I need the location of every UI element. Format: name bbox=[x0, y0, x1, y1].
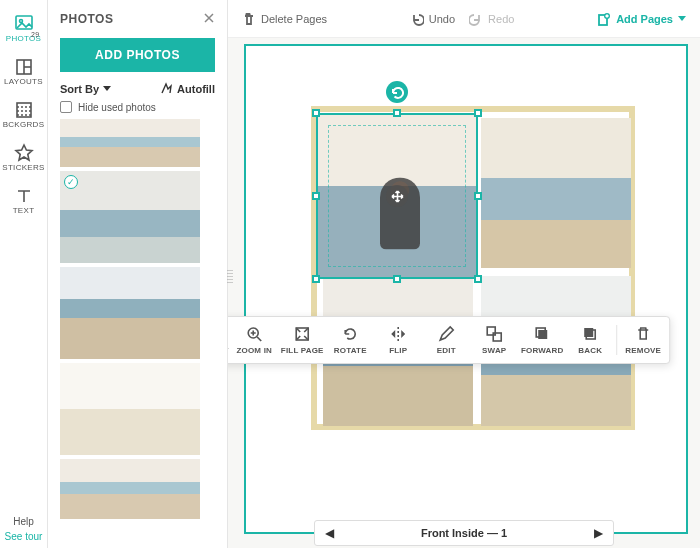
sort-by-label: Sort By bbox=[60, 83, 99, 95]
photo-toolbar: ZOOM OUT ZOOM IN FILL PAGE ROTATE FLIP bbox=[228, 316, 670, 364]
back-icon bbox=[581, 325, 599, 343]
svg-rect-5 bbox=[17, 103, 31, 117]
rotate-label: ROTATE bbox=[334, 346, 367, 355]
hide-used-checkbox[interactable] bbox=[60, 101, 72, 113]
add-page-icon bbox=[597, 12, 611, 26]
fill-page-label: FILL PAGE bbox=[281, 346, 324, 355]
layouts-icon bbox=[14, 57, 34, 77]
photos-panel: PHOTOS ADD PHOTOS Sort By Autofill Hide … bbox=[48, 0, 228, 548]
rail-layouts[interactable]: LAYOUTS bbox=[0, 51, 48, 94]
panel-title: PHOTOS bbox=[60, 12, 113, 26]
panel-resize-handle[interactable] bbox=[227, 270, 233, 284]
remove-label: REMOVE bbox=[625, 346, 661, 355]
resize-handle[interactable] bbox=[312, 192, 320, 200]
sort-by-dropdown[interactable]: Sort By bbox=[60, 83, 111, 95]
see-tour-link[interactable]: See tour bbox=[5, 531, 43, 542]
redo-label: Redo bbox=[488, 13, 514, 25]
back-button[interactable]: BACK bbox=[566, 321, 614, 359]
stage[interactable]: ZOOM OUT ZOOM IN FILL PAGE ROTATE FLIP bbox=[228, 38, 700, 548]
move-icon bbox=[391, 190, 404, 203]
undo-icon bbox=[410, 12, 424, 26]
remove-icon bbox=[634, 325, 652, 343]
photo-thumb[interactable] bbox=[60, 119, 200, 167]
edit-button[interactable]: EDIT bbox=[422, 321, 470, 359]
flip-icon bbox=[389, 325, 407, 343]
autofill-button[interactable]: Autofill bbox=[160, 82, 215, 95]
resize-handle[interactable] bbox=[312, 109, 320, 117]
flip-button[interactable]: FLIP bbox=[374, 321, 422, 359]
redo-icon bbox=[469, 12, 483, 26]
forward-button[interactable]: FORWARD bbox=[518, 321, 566, 359]
add-pages-label: Add Pages bbox=[616, 13, 673, 25]
resize-handle[interactable] bbox=[474, 109, 482, 117]
prev-page-button[interactable]: ◀ bbox=[325, 526, 334, 540]
zoom-in-button[interactable]: ZOOM IN bbox=[230, 321, 278, 359]
remove-button[interactable]: REMOVE bbox=[619, 321, 667, 359]
selected-photo[interactable] bbox=[316, 113, 478, 279]
fill-page-button[interactable]: FILL PAGE bbox=[278, 321, 326, 359]
page-label: Front Inside — 1 bbox=[421, 527, 507, 539]
rail-backgrounds[interactable]: BCKGRDS bbox=[0, 94, 48, 137]
spread-photo-top-right[interactable] bbox=[481, 118, 631, 268]
rail-text-label: TEXT bbox=[13, 206, 35, 215]
photo-thumbnails[interactable] bbox=[48, 119, 227, 548]
zoom-in-icon bbox=[245, 325, 263, 343]
rotate-handle[interactable] bbox=[386, 81, 408, 103]
zoom-in-label: ZOOM IN bbox=[236, 346, 272, 355]
resize-handle[interactable] bbox=[393, 275, 401, 283]
resize-handle[interactable] bbox=[312, 275, 320, 283]
rail-layouts-label: LAYOUTS bbox=[4, 77, 43, 86]
rotate-button[interactable]: ROTATE bbox=[326, 321, 374, 359]
swap-label: SWAP bbox=[482, 346, 506, 355]
photos-icon bbox=[14, 12, 34, 32]
trash-icon bbox=[242, 12, 256, 26]
chevron-down-icon bbox=[103, 86, 111, 91]
move-handle[interactable] bbox=[386, 185, 408, 207]
resize-handle[interactable] bbox=[474, 275, 482, 283]
chevron-down-icon bbox=[678, 16, 686, 21]
swap-icon bbox=[485, 325, 503, 343]
rail-stickers-label: STICKERS bbox=[2, 163, 44, 172]
photo-thumb[interactable] bbox=[60, 459, 200, 519]
delete-pages-label: Delete Pages bbox=[261, 13, 327, 25]
resize-handle[interactable] bbox=[474, 192, 482, 200]
edit-label: EDIT bbox=[437, 346, 456, 355]
page-outline bbox=[244, 44, 688, 534]
canvas-area: Delete Pages Undo Redo Add Pages bbox=[228, 0, 700, 548]
forward-icon bbox=[533, 325, 551, 343]
autofill-icon bbox=[160, 82, 173, 95]
forward-label: FORWARD bbox=[521, 346, 564, 355]
backgrounds-icon bbox=[14, 100, 34, 120]
rail-backgrounds-label: BCKGRDS bbox=[3, 120, 45, 129]
photo-count: 29 bbox=[31, 31, 39, 38]
swap-button[interactable]: SWAP bbox=[470, 321, 518, 359]
undo-label: Undo bbox=[429, 13, 455, 25]
rail-text[interactable]: TEXT bbox=[0, 180, 48, 223]
photo-thumb[interactable] bbox=[60, 171, 200, 263]
svg-line-12 bbox=[257, 337, 261, 341]
photo-thumb[interactable] bbox=[60, 363, 200, 455]
stickers-icon bbox=[14, 143, 34, 163]
help-link[interactable]: Help bbox=[13, 516, 34, 527]
flip-label: FLIP bbox=[389, 346, 407, 355]
panel-close-button[interactable] bbox=[203, 10, 215, 28]
undo-button[interactable]: Undo bbox=[410, 12, 455, 26]
rail-photos[interactable]: 29 PHOTOS bbox=[0, 6, 48, 51]
used-badge-icon bbox=[64, 175, 78, 189]
photo-thumb[interactable] bbox=[60, 267, 200, 359]
resize-handle[interactable] bbox=[393, 109, 401, 117]
redo-button[interactable]: Redo bbox=[469, 12, 514, 26]
add-pages-button[interactable]: Add Pages bbox=[597, 12, 686, 26]
next-page-button[interactable]: ▶ bbox=[594, 526, 603, 540]
rotate-action-icon bbox=[341, 325, 359, 343]
canvas-topbar: Delete Pages Undo Redo Add Pages bbox=[228, 0, 700, 38]
edit-icon bbox=[437, 325, 455, 343]
hide-used-label: Hide used photos bbox=[78, 102, 156, 113]
add-photos-button[interactable]: ADD PHOTOS bbox=[60, 38, 215, 72]
zoom-out-label: ZOOM OUT bbox=[228, 346, 229, 355]
delete-pages-button[interactable]: Delete Pages bbox=[242, 12, 327, 26]
text-icon bbox=[14, 186, 34, 206]
rail-stickers[interactable]: STICKERS bbox=[0, 137, 48, 180]
close-icon bbox=[203, 12, 215, 24]
autofill-label: Autofill bbox=[177, 83, 215, 95]
